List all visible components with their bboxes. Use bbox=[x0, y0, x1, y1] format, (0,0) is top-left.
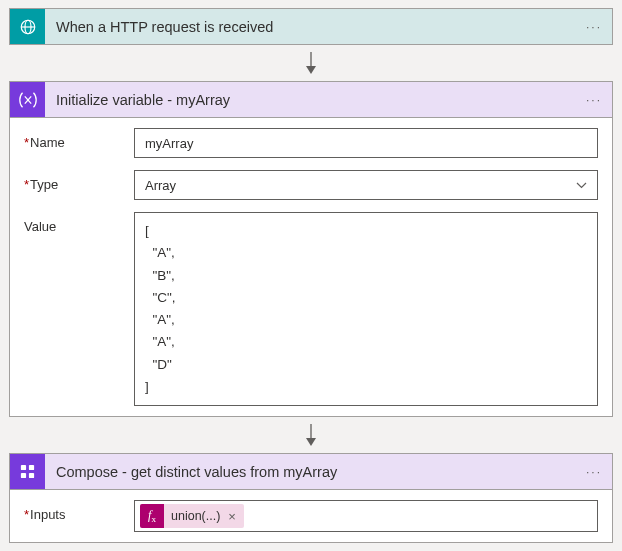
chevron-down-icon bbox=[576, 179, 587, 191]
svg-rect-11 bbox=[21, 473, 26, 478]
compose-card: Compose - get distinct values from myArr… bbox=[9, 453, 613, 543]
trigger-title: When a HTTP request is received bbox=[45, 19, 576, 35]
name-input[interactable] bbox=[134, 128, 598, 158]
initvar-title: Initialize variable - myArray bbox=[45, 92, 576, 108]
inputs-label: Inputs bbox=[24, 500, 134, 532]
initvar-menu-button[interactable]: ··· bbox=[576, 89, 612, 111]
initvar-header[interactable]: Initialize variable - myArray ··· bbox=[10, 82, 612, 117]
inputs-field[interactable]: fx union(...) × bbox=[134, 500, 598, 532]
compose-header[interactable]: Compose - get distinct values from myArr… bbox=[10, 454, 612, 489]
trigger-header[interactable]: When a HTTP request is received ··· bbox=[10, 9, 612, 44]
expression-token[interactable]: fx union(...) × bbox=[140, 504, 244, 528]
trigger-card: When a HTTP request is received ··· bbox=[9, 8, 613, 45]
svg-marker-4 bbox=[306, 66, 316, 74]
svg-rect-10 bbox=[29, 465, 34, 470]
value-input[interactable]: [ "A", "B", "C", "A", "A", "D" ] bbox=[134, 212, 598, 406]
data-operations-icon bbox=[10, 454, 45, 489]
initialize-variable-card: Initialize variable - myArray ··· Name T… bbox=[9, 81, 613, 417]
type-select-value: Array bbox=[145, 178, 176, 193]
expression-text: union(...) bbox=[164, 509, 225, 523]
compose-body: Inputs fx union(...) × bbox=[10, 489, 612, 542]
svg-rect-12 bbox=[29, 473, 34, 478]
http-icon bbox=[10, 9, 45, 44]
compose-title: Compose - get distinct values from myArr… bbox=[45, 464, 576, 480]
type-label: Type bbox=[24, 170, 134, 200]
initvar-body: Name Type Array Value [ "A", "B", "C", "… bbox=[10, 117, 612, 416]
fx-icon: fx bbox=[140, 504, 164, 528]
arrow-connector bbox=[8, 420, 614, 450]
trigger-menu-button[interactable]: ··· bbox=[576, 16, 612, 38]
compose-menu-button[interactable]: ··· bbox=[576, 461, 612, 483]
arrow-connector bbox=[8, 48, 614, 78]
svg-rect-9 bbox=[21, 465, 26, 470]
remove-token-button[interactable]: × bbox=[225, 510, 244, 523]
svg-marker-8 bbox=[306, 438, 316, 446]
value-label: Value bbox=[24, 212, 134, 406]
variable-icon bbox=[10, 82, 45, 117]
name-label: Name bbox=[24, 128, 134, 158]
type-select[interactable]: Array bbox=[134, 170, 598, 200]
